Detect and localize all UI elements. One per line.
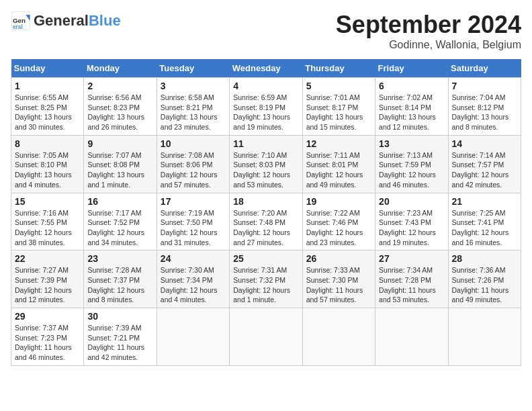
logo-wordmark: GeneralBlue [34, 12, 121, 30]
calendar-header-row: Sunday Monday Tuesday Wednesday Thursday… [11, 59, 521, 78]
day-info: Sunrise: 7:20 AMSunset: 7:48 PMDaylight:… [233, 209, 290, 246]
day-info: Sunrise: 7:25 AMSunset: 7:41 PMDaylight:… [452, 209, 509, 246]
table-row [448, 308, 521, 366]
day-info: Sunrise: 7:19 AMSunset: 7:50 PMDaylight:… [161, 209, 218, 246]
day-number: 11 [233, 138, 298, 149]
table-row: 26 Sunrise: 7:33 AMSunset: 7:30 PMDaylig… [302, 250, 375, 308]
table-row: 18 Sunrise: 7:20 AMSunset: 7:48 PMDaylig… [230, 193, 302, 250]
day-number: 3 [161, 81, 226, 91]
table-row: 13 Sunrise: 7:13 AMSunset: 7:59 PMDaylig… [375, 135, 448, 193]
col-friday: Friday [375, 59, 448, 78]
day-info: Sunrise: 7:39 AMSunset: 7:21 PMDaylight:… [87, 324, 144, 361]
day-info: Sunrise: 7:37 AMSunset: 7:23 PMDaylight:… [15, 324, 72, 361]
table-row [230, 308, 302, 366]
table-row [302, 308, 375, 366]
day-number: 7 [452, 81, 517, 91]
day-info: Sunrise: 6:56 AMSunset: 8:23 PMDaylight:… [87, 93, 144, 131]
table-row: 21 Sunrise: 7:25 AMSunset: 7:41 PMDaylig… [448, 193, 521, 250]
day-info: Sunrise: 7:04 AMSunset: 8:12 PMDaylight:… [452, 93, 509, 131]
table-row: 24 Sunrise: 7:30 AMSunset: 7:34 PMDaylig… [157, 250, 229, 308]
day-number: 23 [87, 253, 152, 264]
day-info: Sunrise: 7:10 AMSunset: 8:03 PMDaylight:… [233, 151, 290, 189]
day-number: 5 [306, 81, 371, 91]
logo-general: General [34, 12, 89, 29]
day-number: 19 [306, 196, 371, 207]
day-number: 29 [15, 311, 80, 322]
day-number: 14 [452, 138, 517, 149]
day-info: Sunrise: 7:36 AMSunset: 7:26 PMDaylight:… [452, 266, 509, 304]
logo-icon: Gen eral [11, 11, 31, 31]
table-row: 25 Sunrise: 7:31 AMSunset: 7:32 PMDaylig… [230, 250, 302, 308]
day-info: Sunrise: 7:02 AMSunset: 8:14 PMDaylight:… [379, 93, 436, 131]
table-row [157, 308, 229, 366]
day-number: 20 [379, 196, 444, 207]
day-info: Sunrise: 7:05 AMSunset: 8:10 PMDaylight:… [15, 151, 72, 189]
table-row: 15 Sunrise: 7:16 AMSunset: 7:55 PMDaylig… [11, 193, 84, 250]
day-info: Sunrise: 7:34 AMSunset: 7:28 PMDaylight:… [379, 266, 436, 304]
logo: Gen eral GeneralBlue [11, 11, 121, 31]
table-row: 23 Sunrise: 7:28 AMSunset: 7:37 PMDaylig… [84, 250, 157, 308]
day-info: Sunrise: 7:08 AMSunset: 8:06 PMDaylight:… [161, 151, 218, 189]
day-number: 16 [87, 196, 152, 207]
calendar-table: Sunday Monday Tuesday Wednesday Thursday… [11, 59, 521, 366]
day-info: Sunrise: 7:13 AMSunset: 7:59 PMDaylight:… [379, 151, 436, 189]
col-monday: Monday [84, 59, 157, 78]
day-number: 17 [161, 196, 226, 207]
day-info: Sunrise: 7:16 AMSunset: 7:55 PMDaylight:… [15, 209, 72, 246]
calendar-week-row: 8 Sunrise: 7:05 AMSunset: 8:10 PMDayligh… [11, 135, 521, 193]
calendar-week-row: 22 Sunrise: 7:27 AMSunset: 7:39 PMDaylig… [11, 250, 521, 308]
day-number: 21 [452, 196, 517, 207]
day-number: 24 [161, 253, 226, 264]
day-number: 28 [452, 253, 517, 264]
table-row: 17 Sunrise: 7:19 AMSunset: 7:50 PMDaylig… [157, 193, 229, 250]
table-row: 5 Sunrise: 7:01 AMSunset: 8:17 PMDayligh… [302, 78, 375, 136]
page-header: Gen eral GeneralBlue September 2024 Godi… [11, 11, 521, 51]
title-area: September 2024 Godinne, Wallonia, Belgiu… [336, 11, 521, 51]
table-row: 22 Sunrise: 7:27 AMSunset: 7:39 PMDaylig… [11, 250, 84, 308]
day-info: Sunrise: 7:33 AMSunset: 7:30 PMDaylight:… [306, 266, 363, 304]
day-number: 10 [161, 138, 226, 149]
day-number: 30 [87, 311, 152, 322]
day-info: Sunrise: 7:07 AMSunset: 8:08 PMDaylight:… [87, 151, 144, 189]
table-row: 9 Sunrise: 7:07 AMSunset: 8:08 PMDayligh… [84, 135, 157, 193]
calendar-week-row: 29 Sunrise: 7:37 AMSunset: 7:23 PMDaylig… [11, 308, 521, 366]
col-sunday: Sunday [11, 59, 84, 78]
table-row: 8 Sunrise: 7:05 AMSunset: 8:10 PMDayligh… [11, 135, 84, 193]
col-tuesday: Tuesday [157, 59, 229, 78]
day-info: Sunrise: 7:31 AMSunset: 7:32 PMDaylight:… [233, 266, 290, 304]
day-number: 13 [379, 138, 444, 149]
day-info: Sunrise: 6:55 AMSunset: 8:25 PMDaylight:… [15, 93, 72, 131]
col-wednesday: Wednesday [230, 59, 302, 78]
table-row: 11 Sunrise: 7:10 AMSunset: 8:03 PMDaylig… [230, 135, 302, 193]
day-info: Sunrise: 7:11 AMSunset: 8:01 PMDaylight:… [306, 151, 363, 189]
day-number: 12 [306, 138, 371, 149]
table-row: 20 Sunrise: 7:23 AMSunset: 7:43 PMDaylig… [375, 193, 448, 250]
day-info: Sunrise: 7:30 AMSunset: 7:34 PMDaylight:… [161, 266, 218, 304]
calendar-week-row: 1 Sunrise: 6:55 AMSunset: 8:25 PMDayligh… [11, 78, 521, 136]
day-info: Sunrise: 7:01 AMSunset: 8:17 PMDaylight:… [306, 93, 363, 131]
col-saturday: Saturday [448, 59, 521, 78]
day-number: 4 [233, 81, 298, 91]
day-info: Sunrise: 7:17 AMSunset: 7:52 PMDaylight:… [87, 209, 144, 246]
table-row: 6 Sunrise: 7:02 AMSunset: 8:14 PMDayligh… [375, 78, 448, 136]
table-row: 10 Sunrise: 7:08 AMSunset: 8:06 PMDaylig… [157, 135, 229, 193]
day-number: 2 [87, 81, 152, 91]
table-row: 12 Sunrise: 7:11 AMSunset: 8:01 PMDaylig… [302, 135, 375, 193]
day-info: Sunrise: 7:28 AMSunset: 7:37 PMDaylight:… [87, 266, 144, 304]
table-row: 2 Sunrise: 6:56 AMSunset: 8:23 PMDayligh… [84, 78, 157, 136]
table-row: 19 Sunrise: 7:22 AMSunset: 7:46 PMDaylig… [302, 193, 375, 250]
month-title: September 2024 [336, 11, 521, 39]
day-number: 9 [87, 138, 152, 149]
table-row: 29 Sunrise: 7:37 AMSunset: 7:23 PMDaylig… [11, 308, 84, 366]
day-number: 25 [233, 253, 298, 264]
table-row: 4 Sunrise: 6:59 AMSunset: 8:19 PMDayligh… [230, 78, 302, 136]
location-title: Godinne, Wallonia, Belgium [336, 39, 521, 51]
table-row: 7 Sunrise: 7:04 AMSunset: 8:12 PMDayligh… [448, 78, 521, 136]
day-info: Sunrise: 7:22 AMSunset: 7:46 PMDaylight:… [306, 209, 363, 246]
table-row: 28 Sunrise: 7:36 AMSunset: 7:26 PMDaylig… [448, 250, 521, 308]
table-row: 1 Sunrise: 6:55 AMSunset: 8:25 PMDayligh… [11, 78, 84, 136]
day-number: 26 [306, 253, 371, 264]
day-number: 15 [15, 196, 80, 207]
day-number: 6 [379, 81, 444, 91]
day-number: 1 [15, 81, 80, 91]
